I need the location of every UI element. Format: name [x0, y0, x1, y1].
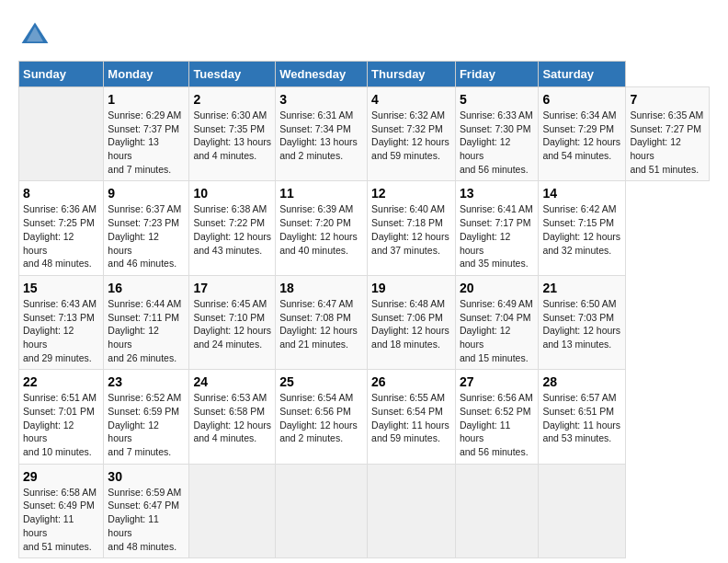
- day-cell: 17Sunrise: 6:45 AMSunset: 7:10 PMDayligh…: [189, 275, 276, 369]
- day-cell: 1Sunrise: 6:29 AMSunset: 7:37 PMDaylight…: [104, 87, 189, 181]
- day-number: 17: [193, 281, 271, 295]
- day-number: 16: [108, 281, 185, 295]
- col-header-monday: Monday: [104, 62, 189, 87]
- day-cell: 22Sunrise: 6:51 AMSunset: 7:01 PMDayligh…: [19, 370, 104, 464]
- col-header-sunday: Sunday: [19, 62, 104, 87]
- day-number: 1: [108, 92, 185, 107]
- day-number: 5: [460, 92, 535, 107]
- col-header-friday: Friday: [455, 62, 539, 87]
- day-cell: 8Sunrise: 6:36 AMSunset: 7:25 PMDaylight…: [19, 181, 104, 275]
- day-info: Sunrise: 6:59 AMSunset: 6:47 PMDaylight:…: [108, 486, 185, 553]
- day-number: 14: [542, 186, 621, 201]
- day-info: Sunrise: 6:32 AMSunset: 7:32 PMDaylight:…: [371, 109, 451, 163]
- day-number: 3: [279, 92, 363, 107]
- day-cell: 24Sunrise: 6:53 AMSunset: 6:58 PMDayligh…: [189, 370, 276, 464]
- day-number: 7: [630, 92, 705, 107]
- calendar-header-row: SundayMondayTuesdayWednesdayThursdayFrid…: [19, 62, 710, 87]
- day-cell: 30Sunrise: 6:59 AMSunset: 6:47 PMDayligh…: [104, 464, 189, 557]
- day-info: Sunrise: 6:33 AMSunset: 7:30 PMDaylight:…: [460, 109, 535, 176]
- day-info: Sunrise: 6:52 AMSunset: 6:59 PMDaylight:…: [108, 391, 185, 458]
- day-number: 4: [371, 92, 451, 107]
- day-info: Sunrise: 6:49 AMSunset: 7:04 PMDaylight:…: [460, 297, 535, 364]
- day-number: 22: [23, 374, 99, 389]
- week-row-3: 15Sunrise: 6:43 AMSunset: 7:13 PMDayligh…: [19, 275, 710, 369]
- day-cell: 16Sunrise: 6:44 AMSunset: 7:11 PMDayligh…: [104, 275, 189, 369]
- day-cell: [276, 464, 368, 557]
- day-info: Sunrise: 6:47 AMSunset: 7:08 PMDaylight:…: [279, 297, 363, 351]
- day-info: Sunrise: 6:53 AMSunset: 6:58 PMDaylight:…: [193, 391, 271, 445]
- day-cell: [539, 464, 626, 557]
- day-cell: 13Sunrise: 6:41 AMSunset: 7:17 PMDayligh…: [455, 181, 539, 275]
- day-info: Sunrise: 6:58 AMSunset: 6:49 PMDaylight:…: [23, 486, 99, 553]
- day-number: 23: [108, 374, 185, 389]
- day-cell: 29Sunrise: 6:58 AMSunset: 6:49 PMDayligh…: [19, 464, 104, 557]
- day-number: 21: [542, 281, 621, 295]
- day-cell: [455, 464, 539, 557]
- col-header-wednesday: Wednesday: [276, 62, 368, 87]
- day-number: 30: [108, 469, 185, 484]
- day-number: 2: [193, 92, 271, 107]
- day-number: 25: [279, 374, 363, 389]
- day-info: Sunrise: 6:35 AMSunset: 7:27 PMDaylight:…: [630, 109, 705, 176]
- day-number: 29: [23, 469, 99, 484]
- day-info: Sunrise: 6:42 AMSunset: 7:15 PMDaylight:…: [542, 202, 621, 257]
- day-info: Sunrise: 6:34 AMSunset: 7:29 PMDaylight:…: [542, 109, 621, 163]
- week-row-5: 29Sunrise: 6:58 AMSunset: 6:49 PMDayligh…: [19, 464, 710, 557]
- day-cell: 19Sunrise: 6:48 AMSunset: 7:06 PMDayligh…: [368, 275, 456, 369]
- day-info: Sunrise: 6:38 AMSunset: 7:22 PMDaylight:…: [193, 202, 271, 257]
- day-cell: 4Sunrise: 6:32 AMSunset: 7:32 PMDaylight…: [368, 87, 456, 181]
- day-info: Sunrise: 6:55 AMSunset: 6:54 PMDaylight:…: [371, 391, 451, 445]
- day-number: 13: [460, 186, 535, 201]
- day-number: 12: [371, 186, 451, 201]
- day-cell: [368, 464, 456, 557]
- day-cell: 9Sunrise: 6:37 AMSunset: 7:23 PMDaylight…: [104, 181, 189, 275]
- day-number: 8: [23, 186, 99, 201]
- day-cell: 7Sunrise: 6:35 AMSunset: 7:27 PMDaylight…: [626, 87, 710, 181]
- col-header-tuesday: Tuesday: [189, 62, 276, 87]
- day-cell: 6Sunrise: 6:34 AMSunset: 7:29 PMDaylight…: [539, 87, 626, 181]
- day-info: Sunrise: 6:45 AMSunset: 7:10 PMDaylight:…: [193, 297, 271, 351]
- logo-icon: [18, 18, 51, 52]
- day-cell: 11Sunrise: 6:39 AMSunset: 7:20 PMDayligh…: [276, 181, 368, 275]
- day-cell: 3Sunrise: 6:31 AMSunset: 7:34 PMDaylight…: [276, 87, 368, 181]
- day-info: Sunrise: 6:56 AMSunset: 6:52 PMDaylight:…: [460, 391, 535, 458]
- day-number: 9: [108, 186, 185, 201]
- col-header-thursday: Thursday: [368, 62, 456, 87]
- day-cell: [19, 87, 104, 181]
- week-row-4: 22Sunrise: 6:51 AMSunset: 7:01 PMDayligh…: [19, 370, 710, 464]
- day-cell: 26Sunrise: 6:55 AMSunset: 6:54 PMDayligh…: [368, 370, 456, 464]
- page-header: [18, 18, 710, 52]
- day-cell: 21Sunrise: 6:50 AMSunset: 7:03 PMDayligh…: [539, 275, 626, 369]
- week-row-1: 1Sunrise: 6:29 AMSunset: 7:37 PMDaylight…: [19, 87, 710, 181]
- day-info: Sunrise: 6:44 AMSunset: 7:11 PMDaylight:…: [108, 297, 185, 364]
- week-row-2: 8Sunrise: 6:36 AMSunset: 7:25 PMDaylight…: [19, 181, 710, 275]
- day-number: 28: [542, 374, 621, 389]
- logo: [18, 18, 57, 52]
- day-number: 18: [279, 281, 363, 295]
- day-info: Sunrise: 6:31 AMSunset: 7:34 PMDaylight:…: [279, 109, 363, 163]
- day-cell: 18Sunrise: 6:47 AMSunset: 7:08 PMDayligh…: [276, 275, 368, 369]
- day-number: 19: [371, 281, 451, 295]
- day-cell: [189, 464, 276, 557]
- day-info: Sunrise: 6:51 AMSunset: 7:01 PMDaylight:…: [23, 391, 99, 458]
- day-cell: 2Sunrise: 6:30 AMSunset: 7:35 PMDaylight…: [189, 87, 276, 181]
- day-number: 27: [460, 374, 535, 389]
- day-number: 26: [371, 374, 451, 389]
- day-cell: 28Sunrise: 6:57 AMSunset: 6:51 PMDayligh…: [539, 370, 626, 464]
- day-number: 10: [193, 186, 271, 201]
- day-info: Sunrise: 6:41 AMSunset: 7:17 PMDaylight:…: [460, 202, 535, 270]
- day-cell: 5Sunrise: 6:33 AMSunset: 7:30 PMDaylight…: [455, 87, 539, 181]
- day-cell: 10Sunrise: 6:38 AMSunset: 7:22 PMDayligh…: [189, 181, 276, 275]
- day-info: Sunrise: 6:37 AMSunset: 7:23 PMDaylight:…: [108, 202, 185, 270]
- day-info: Sunrise: 6:54 AMSunset: 6:56 PMDaylight:…: [279, 391, 363, 445]
- day-info: Sunrise: 6:57 AMSunset: 6:51 PMDaylight:…: [542, 391, 621, 445]
- day-info: Sunrise: 6:48 AMSunset: 7:06 PMDaylight:…: [371, 297, 451, 351]
- col-header-saturday: Saturday: [539, 62, 626, 87]
- day-info: Sunrise: 6:40 AMSunset: 7:18 PMDaylight:…: [371, 202, 451, 257]
- day-info: Sunrise: 6:36 AMSunset: 7:25 PMDaylight:…: [23, 202, 99, 270]
- day-info: Sunrise: 6:29 AMSunset: 7:37 PMDaylight:…: [108, 109, 185, 176]
- day-cell: 23Sunrise: 6:52 AMSunset: 6:59 PMDayligh…: [104, 370, 189, 464]
- day-cell: 12Sunrise: 6:40 AMSunset: 7:18 PMDayligh…: [368, 181, 456, 275]
- day-number: 24: [193, 374, 271, 389]
- day-info: Sunrise: 6:50 AMSunset: 7:03 PMDaylight:…: [542, 297, 621, 351]
